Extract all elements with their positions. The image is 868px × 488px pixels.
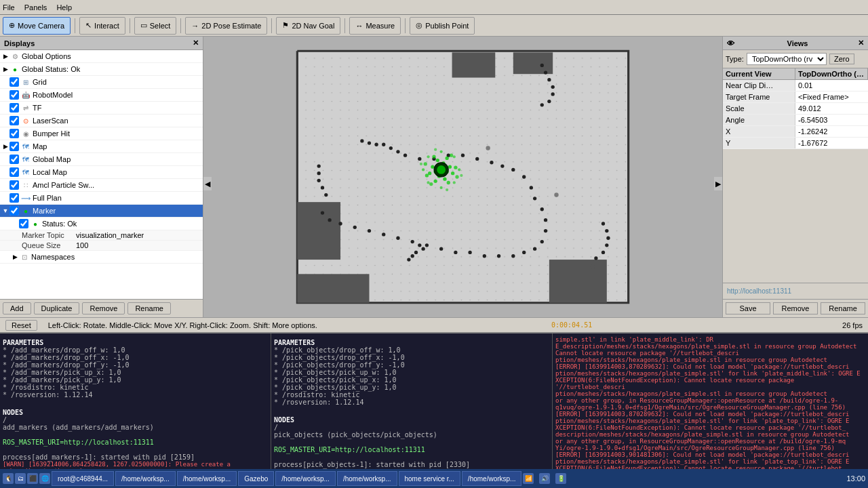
displays-close-icon[interactable]: ✕ (193, 39, 199, 47)
bumper-hit-checkbox[interactable] (9, 129, 19, 138)
taskbar-power-icon[interactable]: 🔋 (555, 473, 566, 484)
taskbar-item-4[interactable]: /home/worksp... (275, 471, 336, 486)
tf-checkbox[interactable] (9, 103, 19, 113)
views-prop-val-0[interactable]: 0.01 (795, 80, 868, 91)
publish-point-button[interactable]: ◎ Publish Point (410, 17, 475, 35)
interact-button[interactable]: ↖ Interact (79, 17, 125, 35)
amcl-checkbox[interactable] (9, 180, 19, 190)
menu-file[interactable]: File (3, 3, 15, 12)
measure-button[interactable]: ↔ Measure (349, 17, 401, 35)
tree-item-bumper-hit[interactable]: ▶ ◉ Bumper Hit (0, 127, 203, 140)
tree-item-status-ok[interactable]: ▶ ● Status: Ok (0, 218, 203, 230)
tree-item-tf[interactable]: ▶ ⇌ TF (0, 102, 203, 115)
tree-item-global-options[interactable]: ▶ ⚙ Global Options (0, 50, 203, 63)
bottom-left-line-5: * /rosdistro: kinetic (3, 384, 268, 391)
global-map-checkbox[interactable] (9, 155, 19, 164)
scroll-left-arrow[interactable]: ◀ (203, 177, 212, 190)
move-camera-button[interactable]: ⊕ Move Camera (3, 17, 71, 35)
rename-button[interactable]: Rename (127, 302, 171, 314)
taskbar-item-6[interactable]: home service r... (399, 471, 460, 486)
tree-item-local-map[interactable]: ▶ 🗺 Local Map (0, 166, 203, 179)
tree-item-global-map[interactable]: ▶ 🗺 Global Map (0, 153, 203, 166)
expand-arrow-marker[interactable]: ▼ (1, 207, 9, 215)
taskbar-item-5[interactable]: /home/worksp... (337, 471, 397, 486)
viewport[interactable]: ◀ ▶ (203, 37, 722, 317)
log-line-15: Yi/ogre-1.9-1.9.0+dfsg1/OgreMain/src/Ogr… (555, 445, 865, 451)
tree-item-full-plan[interactable]: ▶ ⟿ Full Plan (0, 192, 203, 205)
views-prop-val-3[interactable]: -6.54503 (795, 115, 868, 125)
bottom-right-log[interactable]: simple.stl' in link 'plate_middle_link':… (553, 333, 868, 488)
expand-arrow-global-status[interactable]: ▶ (1, 65, 9, 73)
remove-button[interactable]: Remove (82, 302, 125, 314)
full-plan-checkbox[interactable] (9, 193, 19, 203)
tree-item-global-status[interactable]: ▶ ● Global Status: Ok (0, 63, 203, 76)
taskbar-item-2[interactable]: /home/worksp... (177, 471, 237, 486)
expand-arrow-namespaces[interactable]: ▶ (11, 253, 19, 261)
robot-model-checkbox[interactable] (9, 90, 19, 100)
views-save-button[interactable]: Save (726, 302, 770, 314)
bottom-mid-line-0: * /pick_objects/drop_off_w: 1,0 (274, 346, 549, 354)
views-prop-name-0: Near Clip Di… (723, 80, 795, 91)
add-button[interactable]: Add (3, 302, 31, 314)
menu-panels[interactable]: Panels (24, 3, 47, 12)
views-prop-val-4[interactable]: -1.26242 (795, 126, 868, 137)
views-prop-val-2[interactable]: 49.012 (795, 103, 868, 114)
bottom-left-line-9: / (3, 416, 268, 424)
local-map-icon: 🗺 (20, 167, 31, 178)
global-options-label: Global Options (22, 52, 71, 60)
taskbar-item-1[interactable]: /home/worksp... (115, 471, 176, 486)
log-line-10: [ERROR] [1639914003,870289632]: Could no… (555, 411, 865, 418)
views-close-icon[interactable]: ✕ (858, 39, 864, 47)
taskbar-item-3[interactable]: Gazebo (238, 471, 274, 486)
tree-item-robot-model[interactable]: ▶ 🤖 RobotModel (0, 89, 203, 102)
grid-checkbox[interactable] (9, 77, 19, 87)
svg-point-7 (368, 141, 371, 144)
taskbar-start-icon[interactable]: 🐧 (3, 473, 14, 484)
views-zero-button[interactable]: Zero (829, 54, 854, 64)
tree-item-laser-scan[interactable]: ▶ ⊙ LaserScan (0, 115, 203, 127)
full-plan-label: Full Plan (33, 194, 62, 202)
tree-property-marker-topic: Marker Topic visualization_marker (0, 230, 203, 241)
taskbar-browser-icon[interactable]: 🌐 (39, 473, 50, 484)
duplicate-button[interactable]: Duplicate (34, 302, 80, 314)
svg-point-58 (605, 229, 608, 232)
taskbar-terminal-icon[interactable]: ⬛ (27, 473, 38, 484)
laser-scan-checkbox[interactable] (9, 116, 19, 125)
taskbar-item-7[interactable]: /home/worksp... (462, 471, 522, 486)
marker-checkbox[interactable] (9, 206, 19, 216)
status-message: Left-Click: Rotate. Middle-Click: Move X… (48, 321, 317, 329)
bottom-left-terminal[interactable]: PARAMETERS * /add_markers/drop_off_w: 1,… (0, 333, 271, 488)
views-prop-val-5[interactable]: -1.67672 (795, 138, 868, 148)
tf-icon: ⇌ (20, 102, 31, 113)
tree-item-marker[interactable]: ▼ ● Marker (0, 205, 203, 218)
taskbar-item-0[interactable]: root@c468944... (52, 471, 114, 486)
nav-goal-button[interactable]: ⚑ 2D Nav Goal (276, 17, 340, 35)
toolbar-sep-5 (344, 18, 345, 33)
reset-button[interactable]: Reset (5, 320, 37, 331)
tree-item-grid[interactable]: ▶ ⊞ Grid (0, 76, 203, 89)
tree-item-amcl[interactable]: ▶ ∷ Amcl Particle Sw... (0, 179, 203, 192)
views-rename-button[interactable]: Rename (821, 302, 865, 314)
expand-arrow-map[interactable]: ▶ (1, 142, 9, 150)
tree-item-map[interactable]: ▶ 🗺 Map (0, 140, 203, 153)
scroll-right-arrow[interactable]: ▶ (714, 177, 722, 190)
svg-point-43 (328, 218, 331, 222)
expand-arrow-global-options[interactable]: ▶ (1, 52, 9, 60)
status-ok-checkbox[interactable] (19, 219, 28, 228)
select-button[interactable]: ▭ Select (134, 17, 177, 35)
svg-point-48 (411, 254, 414, 258)
bottom-area: PARAMETERS * /add_markers/drop_off_w: 1,… (0, 332, 868, 488)
taskbar-files-icon[interactable]: 🗂 (15, 473, 26, 484)
pose-estimate-button[interactable]: → 2D Pose Estimate (185, 17, 267, 35)
views-remove-button[interactable]: Remove (773, 302, 818, 314)
bottom-mid-terminal[interactable]: PARAMETERS * /pick_objects/drop_off_w: 1… (271, 333, 553, 488)
menu-help[interactable]: Help (56, 3, 72, 12)
taskbar-network-icon[interactable]: 📶 (523, 473, 534, 484)
views-prop-val-1[interactable]: <Fixed Frame> (795, 92, 868, 102)
views-type-select[interactable]: TopDownOrtho (rv (747, 53, 827, 65)
tree-item-namespaces[interactable]: ▶ ⊡ Namespaces (0, 251, 203, 264)
map-checkbox[interactable] (9, 142, 19, 151)
local-map-checkbox[interactable] (9, 167, 19, 177)
select-icon: ▭ (140, 21, 147, 30)
taskbar-volume-icon[interactable]: 🔊 (539, 473, 550, 484)
